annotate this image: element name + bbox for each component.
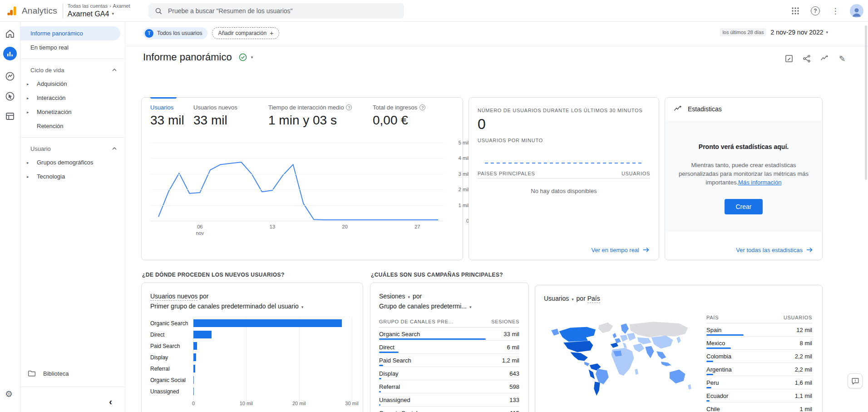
country-bar [706,361,713,362]
campaign-row-display[interactable]: Display643 [379,367,519,380]
sidebar-item-monetizaci-n[interactable]: ▸Monetización [20,105,125,119]
sidebar-item-biblioteca[interactable]: Biblioteca [20,364,125,382]
sidebar-item-en-tiempo-real[interactable]: En tiempo real [20,40,125,55]
campaign-row-direct[interactable]: Direct6 mil [379,341,519,354]
country-row-colombia[interactable]: Colombia2,2 mil [706,350,812,363]
metric-tab-label: Usuarios [150,104,184,111]
sidebar-item-retenci-n[interactable]: Retención [20,119,125,133]
campaign-row-organic-search[interactable]: Organic Search33 mil [379,328,519,341]
scrollbar-thumb[interactable] [865,25,867,180]
admin-gear-icon[interactable]: ⚙ [5,389,13,399]
metric-tab-usuarios[interactable]: Usuarios33 mil [150,104,184,128]
bar[interactable] [193,331,212,338]
add-comparison-button[interactable]: Añadir comparación + [212,27,279,39]
date-range-picker[interactable]: 2 nov-29 nov 2022 ▾ [770,29,828,36]
insights-sparkle-icon[interactable] [819,54,829,64]
sidebar-section-header-ciclo-de-vida[interactable]: Ciclo de vida [20,63,125,77]
country-row-ecuador[interactable]: Ecuador1,1 mil [706,389,812,402]
create-insight-button[interactable]: Crear [725,199,762,214]
gridline [150,174,444,174]
metric-tab-usuarios-nuevos[interactable]: Usuarios nuevos33 mil [193,104,237,128]
avatar[interactable] [850,4,863,18]
x-axis-label: 20 [342,224,348,230]
sidebar-item-informe-panor-mico[interactable]: Informe panorámico [20,26,120,40]
customize-report-icon[interactable] [784,54,794,64]
world-map[interactable] [544,311,701,412]
analytics-logo[interactable]: Analytics [0,5,57,17]
view-realtime-link[interactable]: Ver en tiempo real [591,246,650,253]
view-all-insights-link[interactable]: Ver todas las estadisticas [736,246,813,253]
bar[interactable] [193,387,194,395]
expand-arrow-icon: ▸ [27,96,37,100]
share-icon[interactable] [802,54,812,64]
campaign-row-paid-search[interactable]: Paid Search1,2 mil [379,354,519,367]
country-name: Colombia [706,353,731,360]
campaign-row-organic-social[interactable]: Organic Social115 [379,407,519,412]
metric-tab-total-de-ingresos[interactable]: Total de ingresos?0,00 € [373,104,425,128]
metric-tab-label: Usuarios nuevos [193,104,237,111]
home-icon[interactable] [5,28,15,39]
sidebar-item-label: Retención [37,123,64,129]
metric-selector[interactable]: Sesiones ▾ [379,293,413,300]
breadcrumb-account[interactable]: Axarnet [113,3,130,9]
campaign-row-referral[interactable]: Referral598 [379,380,519,393]
sidebar-collapse-row: ‹ [20,391,125,412]
campaigns-table: GRUPO DE CANALES PRE... SESIONES Organic… [379,316,519,412]
country-users: 12 mil [796,327,812,333]
explore-icon[interactable] [5,71,15,82]
campaign-row-unassigned[interactable]: Unassigned133 [379,393,519,407]
reports-icon[interactable] [3,47,17,60]
users-line-chart[interactable]: 06nov132027 5 mil4 mil3 mil2 mil1 mil0 [150,143,444,221]
bar[interactable] [193,353,196,361]
help-icon[interactable]: ? [810,5,821,16]
country-row-peru[interactable]: Peru1,6 mil [706,376,812,389]
check-circle-icon[interactable] [238,53,247,62]
sidebar-item-adquisici-n[interactable]: ▸Adquisición [20,77,125,91]
metric-selector[interactable]: Usuarios nuevos [150,293,197,301]
expand-arrow-icon: ▸ [27,110,37,114]
sidebar-top-items: Informe panorámicoEn tiempo real [20,26,125,55]
dimension-label: Primer grupo de canales predeterminado d… [150,303,299,310]
dimension-selector[interactable]: País [587,295,600,303]
country-users: 2,2 mil [795,353,812,360]
property-selector[interactable]: Axarnet GA4 ▾ [68,10,130,18]
bar[interactable] [193,376,194,384]
metric-tab-tiempo-de-interacci-n-medio[interactable]: Tiempo de interacción medio?1 min y 03 s [268,104,352,128]
gridline [150,221,444,221]
bar[interactable] [193,365,195,372]
bar[interactable] [193,342,197,350]
x-axis-label-day: 20 [342,224,348,230]
date-range-value: 2 nov-29 nov 2022 [770,29,823,36]
sidebar-section-header-usuario[interactable]: Usuario [20,142,125,155]
campaign-channel: Display [379,370,399,377]
countries-table-header: PAÍS USUARIOS [706,312,812,323]
apps-grid-icon[interactable] [790,5,801,16]
country-row-argentina[interactable]: Argentina2,2 mil [706,363,812,376]
dimension-selector[interactable]: Grupo de canales predetermi... ▾ [379,303,472,310]
bar[interactable] [193,319,342,327]
sidebar-item-label: Biblioteca [43,370,69,377]
campaign-sessions: 643 [509,370,519,377]
breadcrumb[interactable]: Todas las cuentas › Axarnet [68,3,130,9]
metric-selector[interactable]: Usuarios ▾ [544,295,577,302]
learn-more-link[interactable]: Más información [738,179,781,186]
chevron-up-icon [112,69,117,71]
sidebar-item-tecnologia[interactable]: ▸Tecnologia [20,169,125,184]
configure-icon[interactable] [5,111,15,122]
sidebar-item-interacci-n[interactable]: ▸Interacción [20,91,125,105]
country-row-mexico[interactable]: Mexico8 mil [706,337,812,350]
edit-pencil-icon[interactable]: ✎ [837,54,847,64]
chevron-down-icon[interactable]: ▾ [251,55,253,60]
country-row-chile[interactable]: Chile1 mil [706,402,812,412]
collapse-sidebar-icon[interactable]: ‹ [109,397,112,407]
sidebar-section-label: Usuario [30,145,51,152]
advertising-icon[interactable] [5,91,15,102]
breadcrumb-accounts[interactable]: Todas las cuentas [68,3,108,9]
sidebar-item-grupos-demogr-ficos[interactable]: ▸Grupos demográficos [20,155,125,169]
country-row-spain[interactable]: Spain12 mil [706,323,812,337]
dimension-selector[interactable]: Primer grupo de canales predeterminado d… [150,303,304,310]
audience-chip[interactable]: T Todos los usuarios [143,27,207,39]
search-input[interactable]: Pruebe a buscar "Resumen de los usuarios… [148,3,404,19]
kebab-menu-icon[interactable]: ⋮ [830,5,841,16]
feedback-button[interactable] [848,373,863,388]
